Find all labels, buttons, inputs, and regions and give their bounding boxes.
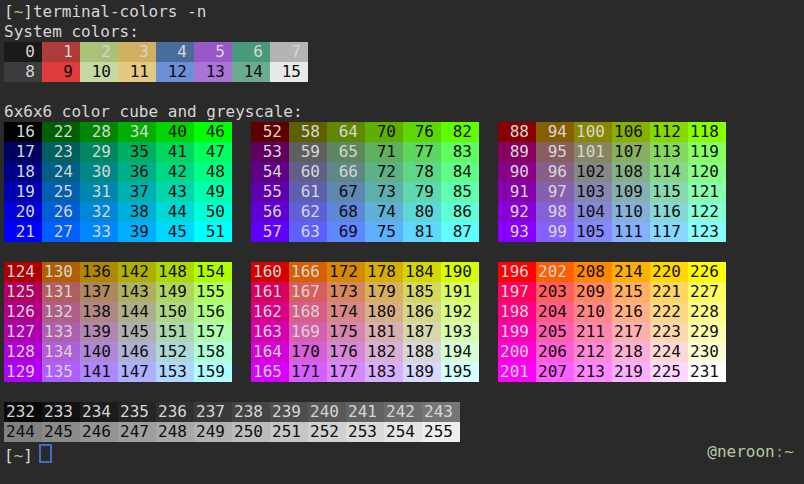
color-cell-112: 112: [650, 122, 688, 142]
status-home-tilde: ~: [784, 442, 794, 461]
color-cell-79: 79: [403, 182, 441, 202]
color-cell-68: 68: [327, 202, 365, 222]
color-cell-42: 42: [156, 162, 194, 182]
color-cell-85: 85: [441, 182, 479, 202]
color-cell-63: 63: [289, 222, 327, 242]
color-cell-113: 113: [650, 142, 688, 162]
color-cell-30: 30: [80, 162, 118, 182]
swatch-row: 165171177183189195: [251, 362, 479, 382]
color-cell-229: 229: [688, 322, 726, 342]
cube-block: 5258647076825359657177835460667278845561…: [251, 122, 479, 242]
system-colors-label: System colors:: [4, 22, 804, 42]
color-cell-103: 103: [574, 182, 612, 202]
color-cell-80: 80: [403, 202, 441, 222]
color-cell-196: 196: [498, 262, 536, 282]
color-cell-189: 189: [403, 362, 441, 382]
color-cell-218: 218: [612, 342, 650, 362]
color-cell-246: 246: [80, 422, 118, 442]
color-cell-14: 14: [232, 62, 270, 82]
color-cell-114: 114: [650, 162, 688, 182]
color-cell-74: 74: [365, 202, 403, 222]
color-cell-175: 175: [327, 322, 365, 342]
color-cell-202: 202: [536, 262, 574, 282]
color-cell-89: 89: [498, 142, 536, 162]
swatch-row: 126132138144150156: [4, 302, 232, 322]
color-cell-119: 119: [688, 142, 726, 162]
color-cell-51: 51: [194, 222, 232, 242]
swatch-row: 8995101107113119: [498, 142, 726, 162]
color-cell-16: 16: [4, 122, 42, 142]
color-cell-9: 9: [42, 62, 80, 82]
color-cell-142: 142: [118, 262, 156, 282]
color-cell-70: 70: [365, 122, 403, 142]
color-cell-5: 5: [194, 42, 232, 62]
color-cell-48: 48: [194, 162, 232, 182]
color-cell-88: 88: [498, 122, 536, 142]
color-cell-180: 180: [365, 302, 403, 322]
terminal-cursor[interactable]: [39, 444, 52, 463]
color-cell-67: 67: [327, 182, 365, 202]
prompt-bracket-open: [: [4, 446, 14, 465]
command-line: [~]terminal-colors -n: [4, 2, 804, 22]
color-cell-110: 110: [612, 202, 650, 222]
swatch-row: 127133139145151157: [4, 322, 232, 342]
color-cell-171: 171: [289, 362, 327, 382]
color-cell-64: 64: [327, 122, 365, 142]
color-cell-6: 6: [232, 42, 270, 62]
color-cell-220: 220: [650, 262, 688, 282]
color-cell-36: 36: [118, 162, 156, 182]
color-cell-92: 92: [498, 202, 536, 222]
terminal-window[interactable]: { "colors": { "background": "#2a2a2a", "…: [0, 0, 804, 484]
color-cell-81: 81: [403, 222, 441, 242]
color-cell-170: 170: [289, 342, 327, 362]
color-cube-row-2: 1241301361421481541251311371431491551261…: [4, 262, 804, 382]
color-cell-169: 169: [289, 322, 327, 342]
prompt-bracket-close: ]: [23, 446, 33, 465]
color-cell-130: 130: [42, 262, 80, 282]
color-cell-82: 82: [441, 122, 479, 142]
color-cell-210: 210: [574, 302, 612, 322]
color-cell-33: 33: [80, 222, 118, 242]
color-cell-163: 163: [251, 322, 289, 342]
blank-line: [4, 82, 804, 102]
color-cell-197: 197: [498, 282, 536, 302]
swatch-row: 89101112131415: [4, 62, 804, 82]
swatch-row: 199205211217223229: [498, 322, 726, 342]
color-cell-137: 137: [80, 282, 118, 302]
color-cell-201: 201: [498, 362, 536, 382]
color-cell-187: 187: [403, 322, 441, 342]
color-cell-31: 31: [80, 182, 118, 202]
color-cell-107: 107: [612, 142, 650, 162]
color-cell-244: 244: [4, 422, 42, 442]
color-cell-245: 245: [42, 422, 80, 442]
color-cell-136: 136: [80, 262, 118, 282]
color-cell-44: 44: [156, 202, 194, 222]
swatch-row: 9197103109115121: [498, 182, 726, 202]
color-cell-124: 124: [4, 262, 42, 282]
color-cell-123: 123: [688, 222, 726, 242]
color-cell-185: 185: [403, 282, 441, 302]
color-cell-58: 58: [289, 122, 327, 142]
prompt-left: [~]: [4, 442, 52, 462]
color-cell-232: 232: [4, 402, 42, 422]
color-cell-108: 108: [612, 162, 650, 182]
color-cell-15: 15: [270, 62, 308, 82]
color-cell-176: 176: [327, 342, 365, 362]
color-cell-90: 90: [498, 162, 536, 182]
color-cell-173: 173: [327, 282, 365, 302]
color-cell-1: 1: [42, 42, 80, 62]
swatch-row: 576369758187: [251, 222, 479, 242]
swatch-row: 160166172178184190: [251, 262, 479, 282]
color-cell-27: 27: [42, 222, 80, 242]
color-cell-199: 199: [498, 322, 536, 342]
color-cell-122: 122: [688, 202, 726, 222]
color-cell-167: 167: [289, 282, 327, 302]
swatch-row: 556167737985: [251, 182, 479, 202]
color-cell-69: 69: [327, 222, 365, 242]
color-cell-207: 207: [536, 362, 574, 382]
color-cell-184: 184: [403, 262, 441, 282]
color-cell-156: 156: [194, 302, 232, 322]
color-cell-78: 78: [403, 162, 441, 182]
swatch-row: 535965717783: [251, 142, 479, 162]
color-cell-159: 159: [194, 362, 232, 382]
